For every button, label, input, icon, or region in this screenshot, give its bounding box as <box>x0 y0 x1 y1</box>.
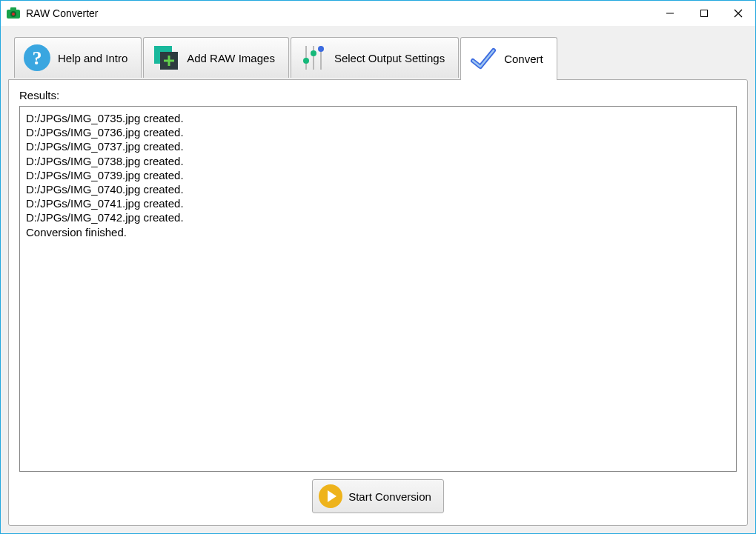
results-line: D:/JPGs/IMG_0736.jpg created. <box>26 125 730 139</box>
tab-help[interactable]: ? Help and Intro <box>14 37 142 78</box>
play-icon <box>317 483 344 510</box>
tabstrip: ? Help and Intro Add RAW Images <box>8 36 748 79</box>
results-line: D:/JPGs/IMG_0742.jpg created. <box>26 210 730 224</box>
help-icon: ? <box>22 43 52 73</box>
results-line: D:/JPGs/IMG_0739.jpg created. <box>26 168 730 182</box>
results-line: D:/JPGs/IMG_0737.jpg created. <box>26 139 730 153</box>
svg-point-19 <box>318 46 324 52</box>
app-window: RAW Converter ? Hel <box>0 0 756 534</box>
window-title: RAW Converter <box>26 7 653 19</box>
sliders-icon <box>299 43 328 73</box>
results-line: Conversion finished. <box>26 225 730 239</box>
svg-point-18 <box>311 50 316 56</box>
maximize-button[interactable] <box>687 1 721 26</box>
tab-output-settings[interactable]: Select Output Settings <box>291 37 459 78</box>
add-images-icon <box>151 43 181 73</box>
svg-point-3 <box>12 13 15 16</box>
checkmark-icon <box>468 44 498 74</box>
svg-rect-1 <box>10 7 16 10</box>
tabpage-convert: Results: D:/JPGs/IMG_0735.jpg created.D:… <box>8 79 748 526</box>
results-line: D:/JPGs/IMG_0735.jpg created. <box>26 111 730 125</box>
svg-point-17 <box>303 58 309 64</box>
tab-label: Add RAW Images <box>187 52 275 64</box>
tab-label: Help and Intro <box>58 52 127 64</box>
start-button-label: Start Conversion <box>348 490 431 503</box>
results-textarea[interactable]: D:/JPGs/IMG_0735.jpg created.D:/JPGs/IMG… <box>19 106 737 472</box>
svg-rect-5 <box>701 10 708 17</box>
results-line: D:/JPGs/IMG_0741.jpg created. <box>26 196 730 210</box>
app-icon <box>7 7 20 19</box>
minimize-button[interactable] <box>653 1 687 26</box>
tab-label: Convert <box>504 53 543 65</box>
window-controls <box>653 1 755 26</box>
tab-add-images[interactable]: Add RAW Images <box>143 37 289 78</box>
close-button[interactable] <box>721 1 755 26</box>
client-area: ? Help and Intro Add RAW Images <box>1 26 755 533</box>
start-conversion-button[interactable]: Start Conversion <box>312 479 444 513</box>
results-line: D:/JPGs/IMG_0740.jpg created. <box>26 182 730 196</box>
results-line: D:/JPGs/IMG_0738.jpg created. <box>26 154 730 168</box>
svg-text:?: ? <box>33 47 42 69</box>
tab-convert[interactable]: Convert <box>460 37 557 80</box>
titlebar: RAW Converter <box>1 1 755 26</box>
footer: Start Conversion <box>19 472 737 515</box>
results-label: Results: <box>19 89 737 101</box>
tab-label: Select Output Settings <box>334 52 445 64</box>
